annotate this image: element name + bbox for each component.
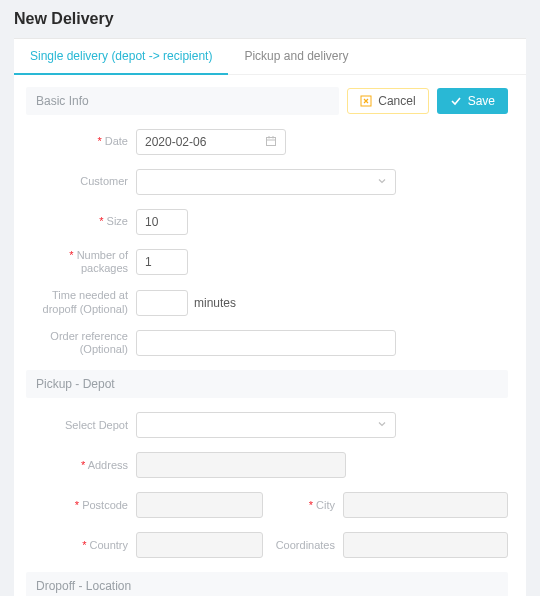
coordinates-input[interactable] — [343, 532, 508, 558]
cancel-button[interactable]: Cancel — [347, 88, 428, 114]
minutes-suffix: minutes — [194, 296, 236, 310]
tab-pickup-delivery[interactable]: Pickup and delivery — [228, 39, 364, 74]
pickup-depot-select[interactable] — [136, 412, 396, 438]
packages-label: Number of packages — [26, 249, 136, 275]
country-label: Country — [26, 539, 136, 552]
section-dropoff: Dropoff - Location — [26, 572, 508, 596]
pickup-select-depot-label: Select Depot — [26, 419, 136, 432]
page-title: New Delivery — [14, 10, 526, 28]
date-value: 2020-02-06 — [145, 135, 206, 149]
check-icon — [450, 95, 462, 107]
tab-single-delivery[interactable]: Single delivery (depot -> recipient) — [14, 39, 228, 75]
chevron-down-icon — [377, 418, 387, 432]
coordinates-label: Coordinates — [271, 539, 343, 552]
customer-label: Customer — [26, 175, 136, 188]
size-label: Size — [26, 215, 136, 228]
size-input[interactable]: 10 — [136, 209, 188, 235]
date-input[interactable]: 2020-02-06 — [136, 129, 286, 155]
address-input[interactable] — [136, 452, 346, 478]
time-needed-input[interactable] — [136, 290, 188, 316]
cancel-label: Cancel — [378, 94, 415, 108]
calendar-icon — [265, 135, 277, 150]
main-panel: Single delivery (depot -> recipient) Pic… — [14, 38, 526, 596]
order-ref-label: Order reference (Optional) — [26, 330, 136, 356]
postcode-input[interactable] — [136, 492, 263, 518]
time-needed-label: Time needed at dropoff (Optional) — [26, 289, 136, 315]
order-ref-input[interactable] — [136, 330, 396, 356]
save-label: Save — [468, 94, 495, 108]
customer-select[interactable] — [136, 169, 396, 195]
cancel-icon — [360, 95, 372, 107]
section-pickup-depot: Pickup - Depot — [26, 370, 508, 398]
city-input[interactable] — [343, 492, 508, 518]
city-label: City — [271, 499, 343, 512]
svg-rect-1 — [267, 137, 276, 145]
tabs: Single delivery (depot -> recipient) Pic… — [14, 39, 526, 75]
form-scroll[interactable]: Basic Info Cancel Save Date — [14, 77, 520, 596]
postcode-label: Postcode — [26, 499, 136, 512]
country-input[interactable] — [136, 532, 263, 558]
section-basic-info: Basic Info — [26, 87, 339, 115]
address-label: Address — [26, 459, 136, 472]
date-label: Date — [26, 135, 136, 148]
save-button[interactable]: Save — [437, 88, 508, 114]
chevron-down-icon — [377, 175, 387, 189]
packages-input[interactable]: 1 — [136, 249, 188, 275]
